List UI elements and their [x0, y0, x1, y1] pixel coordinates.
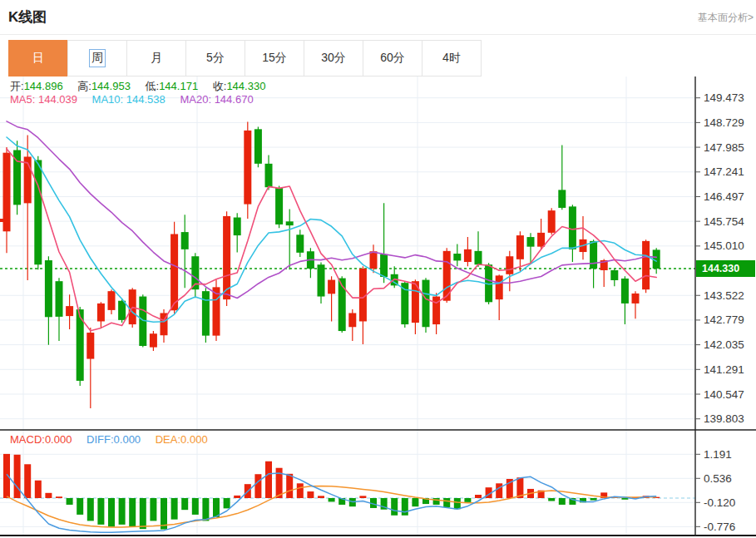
- svg-text:149.473: 149.473: [704, 91, 744, 104]
- svg-text:1.191: 1.191: [704, 448, 732, 461]
- tab-30min[interactable]: 30分: [304, 40, 363, 77]
- dea-value: 0.000: [180, 433, 208, 446]
- last-price-tag: 144.330: [696, 260, 755, 277]
- svg-text:139.803: 139.803: [704, 412, 744, 425]
- svg-text:142.779: 142.779: [704, 313, 744, 326]
- close-value: 144.330: [226, 80, 265, 92]
- macd-value: 0.000: [45, 433, 72, 446]
- svg-text:145.754: 145.754: [704, 215, 744, 228]
- svg-text:-0.120: -0.120: [704, 496, 735, 509]
- tab-5min[interactable]: 5分: [185, 40, 245, 77]
- tab-15min-label: 15分: [262, 51, 287, 66]
- tab-day-label: 日: [32, 51, 44, 66]
- tab-15min[interactable]: 15分: [245, 40, 304, 77]
- tab-4hour[interactable]: 4时: [422, 40, 482, 77]
- svg-text:-0.776: -0.776: [704, 521, 735, 533]
- ma5-value: 144.039: [38, 93, 77, 106]
- macd-label: MACD:: [10, 433, 45, 446]
- open-value: 144.896: [24, 80, 63, 92]
- high-label: 高:: [77, 80, 91, 92]
- page-title: K线图: [8, 7, 47, 27]
- close-label: 收:: [213, 80, 227, 92]
- tab-month-label: 月: [151, 51, 162, 66]
- ma10-label: MA10:: [92, 93, 124, 106]
- svg-text:146.497: 146.497: [704, 190, 744, 203]
- tab-4hour-label: 4时: [442, 51, 461, 66]
- svg-text:143.522: 143.522: [704, 289, 744, 302]
- open-label: 开:: [10, 80, 24, 92]
- interval-tabs: 日 周 月 5分 15分 30分 60分 4时: [8, 40, 482, 77]
- fundamental-analysis-link[interactable]: 基本面分析>: [698, 11, 754, 25]
- ma5-label: MA5:: [10, 93, 35, 106]
- tab-week[interactable]: 周: [67, 40, 127, 77]
- ma10-value: 144.538: [126, 93, 166, 106]
- diff-value: 0.000: [114, 433, 141, 446]
- dea-label: DEA:: [156, 433, 180, 446]
- tab-60min-label: 60分: [380, 51, 405, 66]
- kline-chart-canvas[interactable]: 149.473148.729147.985147.241146.497145.7…: [0, 77, 756, 538]
- kline-page: K线图 基本面分析> 日 周 月 5分 15分 30分 60分 4时 149.4…: [0, 0, 756, 538]
- svg-text:145.010: 145.010: [704, 239, 744, 252]
- svg-text:147.985: 147.985: [704, 141, 744, 154]
- tab-60min[interactable]: 60分: [363, 40, 422, 77]
- tab-month[interactable]: 月: [126, 40, 186, 77]
- low-label: 低:: [146, 80, 160, 92]
- svg-text:0.536: 0.536: [704, 472, 732, 485]
- svg-text:148.729: 148.729: [704, 116, 744, 129]
- ma20-label: MA20:: [180, 93, 211, 106]
- svg-text:142.035: 142.035: [704, 338, 744, 351]
- tab-day[interactable]: 日: [8, 40, 68, 77]
- svg-text:147.241: 147.241: [704, 165, 744, 178]
- high-value: 144.953: [91, 80, 131, 92]
- chart-area: 149.473148.729147.985147.241146.497145.7…: [0, 77, 756, 538]
- tab-5min-label: 5分: [206, 51, 225, 66]
- svg-text:141.291: 141.291: [704, 363, 744, 376]
- low-value: 144.171: [159, 80, 198, 92]
- ma-readout: MA5: 144.039 MA10: 144.538 MA20: 144.670: [10, 93, 265, 106]
- svg-text:140.547: 140.547: [704, 388, 744, 401]
- macd-readout: MACD:0.000 DIFF:0.000 DEA:0.000: [10, 433, 220, 446]
- tab-week-label: 周: [90, 50, 105, 67]
- tab-30min-label: 30分: [321, 51, 346, 66]
- ma20-value: 144.670: [215, 93, 254, 106]
- ohlc-readout: 开:144.896 高:144.953 低:144.171 收:144.330: [10, 79, 277, 94]
- page-header: K线图 基本面分析>: [0, 0, 756, 35]
- diff-label: DIFF:: [86, 433, 114, 446]
